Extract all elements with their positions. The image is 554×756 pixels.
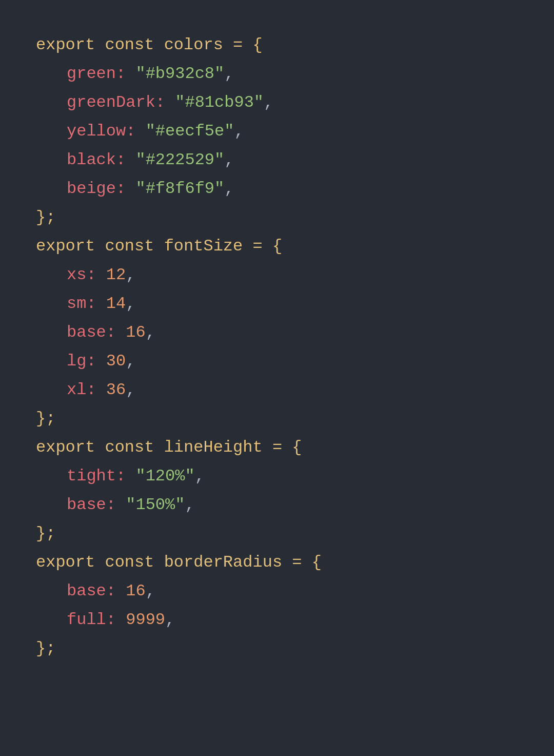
line-borderRadius-close: };: [36, 634, 518, 663]
punct-space9: [96, 347, 106, 376]
line-xl: xl: 36 ,: [36, 376, 518, 404]
line-lineHeight-close: };: [36, 519, 518, 548]
key-sm: sm:: [67, 289, 96, 318]
close-colors: };: [36, 203, 55, 232]
line-yellow: yellow: "#eecf5e" ,: [36, 117, 518, 146]
punct-space5: [126, 175, 135, 203]
key-greenDark: greenDark:: [67, 88, 165, 117]
key-xs: xs:: [67, 261, 96, 289]
val-greenDark: "#81cb93": [175, 88, 264, 117]
line-colors-export: export const colors = {: [36, 31, 518, 60]
comma-base-lineheight: ,: [185, 491, 194, 519]
val-green: "#b932c8": [135, 60, 224, 88]
punct-space8: [116, 318, 126, 347]
line-black: black: "#222529" ,: [36, 146, 518, 175]
comma-lg: ,: [126, 347, 135, 376]
line-fontSize-close: };: [36, 404, 518, 433]
line-colors-close: };: [36, 203, 518, 232]
val-base-fontsize: 16: [126, 318, 145, 347]
keyword-lineHeight: export const lineHeight = {: [36, 433, 302, 462]
punct-space10: [96, 376, 106, 404]
key-base-borderradius: base:: [67, 577, 116, 606]
val-tight: "120%": [135, 462, 194, 491]
comma-sm: ,: [126, 289, 135, 318]
comma-greenDark: ,: [264, 88, 273, 117]
punct-space2: [165, 88, 175, 117]
val-sm: 14: [106, 289, 126, 318]
line-green: green: "#b932c8" ,: [36, 60, 518, 88]
close-borderRadius: };: [36, 634, 55, 663]
punct-space4: [126, 146, 135, 175]
key-lg: lg:: [67, 347, 96, 376]
line-xs: xs: 12 ,: [36, 261, 518, 289]
comma-full: ,: [165, 606, 175, 634]
line-base-fontsize: base: 16 ,: [36, 318, 518, 347]
close-fontSize: };: [36, 404, 55, 433]
line-tight: tight: "120%" ,: [36, 462, 518, 491]
key-beige: beige:: [67, 175, 126, 203]
punct-space14: [116, 606, 126, 634]
punct-space11: [126, 462, 135, 491]
val-xl: 36: [106, 376, 126, 404]
val-base-lineheight: "150%": [126, 491, 185, 519]
key-yellow: yellow:: [67, 117, 135, 146]
val-full: 9999: [126, 606, 165, 634]
key-base-lineheight: base:: [67, 491, 116, 519]
line-beige: beige: "#f8f6f9" ,: [36, 175, 518, 203]
keyword-export: export const colors = {: [36, 31, 263, 60]
val-black: "#222529": [135, 146, 224, 175]
line-greenDark: greenDark: "#81cb93" ,: [36, 88, 518, 117]
key-xl: xl:: [67, 376, 96, 404]
punct-space7: [96, 289, 106, 318]
comma-base-borderradius: ,: [146, 577, 155, 606]
comma-xs: ,: [126, 261, 135, 289]
val-xs: 12: [106, 261, 126, 289]
line-full: full: 9999 ,: [36, 606, 518, 634]
key-green: green:: [67, 60, 126, 88]
key-black: black:: [67, 146, 126, 175]
line-sm: sm: 14 ,: [36, 289, 518, 318]
comma-base-fontsize: ,: [146, 318, 155, 347]
line-lg: lg: 30 ,: [36, 347, 518, 376]
val-beige: "#f8f6f9": [135, 175, 224, 203]
punct-space: [126, 60, 135, 88]
punct-space12: [116, 491, 126, 519]
line-fontSize-export: export const fontSize = {: [36, 232, 518, 261]
line-borderRadius-export: export const borderRadius = {: [36, 548, 518, 577]
keyword-borderRadius: export const borderRadius = {: [36, 548, 322, 577]
line-base-borderradius: base: 16 ,: [36, 577, 518, 606]
punct-space6: [96, 261, 106, 289]
comma-xl: ,: [126, 376, 135, 404]
close-lineHeight: };: [36, 519, 55, 548]
val-base-borderradius: 16: [126, 577, 145, 606]
keyword-fontSize: export const fontSize = {: [36, 232, 282, 261]
comma-black: ,: [224, 146, 234, 175]
comma-yellow: ,: [234, 117, 244, 146]
key-base-fontsize: base:: [67, 318, 116, 347]
val-lg: 30: [106, 347, 126, 376]
punct-space13: [116, 577, 126, 606]
val-yellow: "#eecf5e": [146, 117, 234, 146]
key-tight: tight:: [67, 462, 126, 491]
line-lineHeight-export: export const lineHeight = {: [36, 433, 518, 462]
line-base-lineheight: base: "150%" ,: [36, 491, 518, 519]
comma-tight: ,: [195, 462, 205, 491]
punct-space3: [135, 117, 145, 146]
code-block: export const colors = { green: "#b932c8"…: [36, 31, 518, 663]
key-full: full:: [67, 606, 116, 634]
comma-beige: ,: [224, 175, 234, 203]
comma-green: ,: [224, 60, 234, 88]
